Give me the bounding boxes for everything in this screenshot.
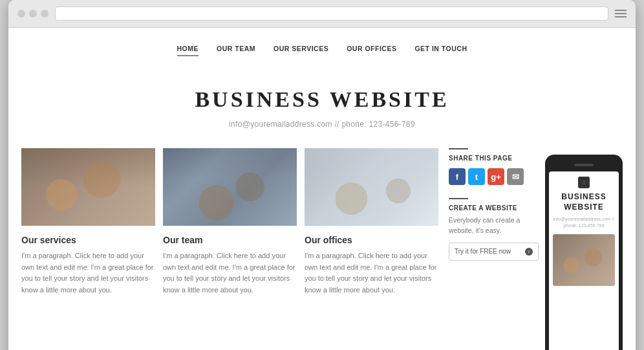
hero-title: BUSINESS WEBSITE	[21, 87, 623, 112]
card-text-team: I'm a paragraph. Click here to add your …	[163, 250, 297, 296]
social-buttons: f t g+ ✉	[449, 168, 539, 185]
website: HOME OUR TEAM OUR SERVICES OUR OFFICES G…	[8, 28, 636, 350]
try-free-icon: ›	[525, 248, 533, 256]
dot-red	[17, 10, 25, 17]
card-image-team	[163, 148, 297, 226]
nav-items: HOME OUR TEAM OUR SERVICES OUR OFFICES G…	[8, 42, 636, 56]
sidebar: SHARE THIS PAGE f t g+ ✉ CREATE A WEBSIT…	[438, 148, 539, 350]
browser-window: HOME OUR TEAM OUR SERVICES OUR OFFICES G…	[8, 0, 636, 350]
browser-content: HOME OUR TEAM OUR SERVICES OUR OFFICES G…	[8, 28, 636, 350]
card-image-services	[21, 148, 155, 226]
try-free-label: Try it for FREE now	[455, 248, 511, 255]
phone-image	[553, 234, 615, 286]
address-bar[interactable]	[55, 6, 608, 21]
google-button[interactable]: g+	[488, 168, 504, 185]
card-title-offices: Our offices	[305, 235, 438, 245]
create-website-section: CREATE A WEBSITE Everybody can create a …	[449, 198, 539, 261]
content-area: Our services I'm a paragraph. Click here…	[8, 148, 636, 350]
phone-title: BUSINESSWEBSITE	[553, 192, 615, 212]
menu-line	[615, 16, 627, 17]
card-title-services: Our services	[21, 235, 155, 245]
card-services: Our services I'm a paragraph. Click here…	[21, 148, 163, 350]
browser-toolbar	[8, 0, 636, 28]
cards-section: Our services I'm a paragraph. Click here…	[21, 148, 438, 350]
phone-mockup: BUSINESSWEBSITE info@youremailaddress.co…	[545, 155, 623, 350]
phone-screen: BUSINESSWEBSITE info@youremailaddress.co…	[549, 171, 619, 350]
menu-line	[615, 13, 627, 14]
phone-subtitle: info@youremailaddress.com // phone: 123-…	[553, 216, 615, 229]
navigation: HOME OUR TEAM OUR SERVICES OUR OFFICES G…	[8, 28, 636, 68]
nav-item-our-team[interactable]: OUR TEAM	[217, 42, 255, 56]
menu-line	[615, 10, 627, 11]
card-offices: Our offices I'm a paragraph. Click here …	[305, 148, 438, 350]
facebook-button[interactable]: f	[449, 168, 466, 185]
card-team: Our team I'm a paragraph. Click here to …	[163, 148, 305, 350]
try-free-button[interactable]: Try it for FREE now ›	[449, 243, 539, 261]
hero-section: BUSINESS WEBSITE info@youremailaddress.c…	[8, 68, 636, 148]
create-title: CREATE A WEBSITE	[449, 204, 539, 212]
twitter-button[interactable]: t	[468, 168, 485, 185]
card-title-team: Our team	[163, 235, 297, 245]
card-image-offices	[305, 148, 438, 226]
nav-item-get-in-touch[interactable]: GET IN TOUCH	[414, 42, 467, 56]
card-text-services: I'm a paragraph. Click here to add your …	[21, 250, 155, 296]
sidebar-divider	[449, 148, 468, 149]
email-button[interactable]: ✉	[507, 168, 524, 185]
create-desc: Everybody can create a website, it's eas…	[449, 215, 539, 236]
share-section: SHARE THIS PAGE f t g+ ✉	[449, 148, 539, 185]
phone-speaker	[574, 164, 594, 166]
hero-subtitle: info@youremailaddress.com // phone: 123-…	[21, 120, 623, 129]
sidebar-divider2	[449, 198, 468, 199]
hamburger-menu-icon[interactable]	[615, 10, 627, 17]
nav-item-our-services[interactable]: OUR SERVICES	[274, 42, 328, 56]
nav-item-our-offices[interactable]: OUR OFFICES	[347, 42, 396, 56]
browser-dots	[17, 10, 48, 17]
phone-screen-icon	[578, 177, 590, 188]
dot-yellow	[29, 10, 37, 17]
share-title: SHARE THIS PAGE	[449, 155, 539, 162]
card-text-offices: I'm a paragraph. Click here to add your …	[305, 250, 438, 296]
dot-green	[41, 10, 48, 17]
nav-item-home[interactable]: HOME	[177, 42, 199, 56]
